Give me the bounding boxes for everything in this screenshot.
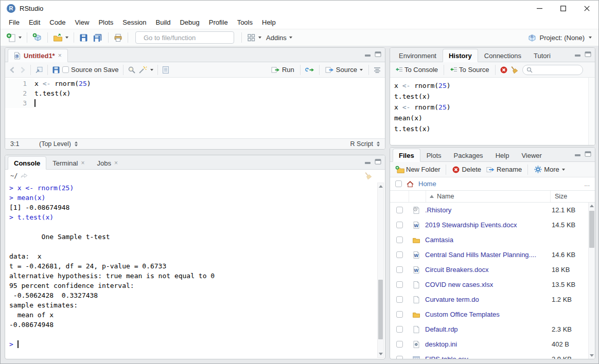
file-row[interactable]: WCircuit Breakers.docx18 KB — [390, 262, 595, 277]
history-search-input[interactable] — [535, 66, 579, 74]
menu-help[interactable]: Help — [257, 17, 280, 28]
goto-file-input[interactable] — [143, 33, 235, 42]
chevron-down-icon[interactable] — [150, 69, 153, 71]
rerun-icon[interactable] — [305, 66, 315, 74]
menu-session[interactable]: Session — [118, 17, 151, 28]
file-name-link[interactable]: Default.rdp — [425, 325, 550, 333]
menu-build[interactable]: Build — [151, 17, 175, 28]
doc-type-group[interactable]: R Script — [350, 140, 380, 148]
close-window-icon[interactable] — [575, 1, 598, 16]
save-icon[interactable] — [52, 66, 60, 74]
scroll-down-icon[interactable] — [379, 353, 383, 355]
minimize-pane-icon[interactable] — [364, 159, 371, 165]
pane-layout-button[interactable] — [245, 31, 263, 44]
tab-terminal[interactable]: Terminal× — [46, 156, 91, 170]
search-icon[interactable] — [128, 66, 136, 74]
broom-icon[interactable] — [510, 66, 519, 74]
file-checkbox[interactable] — [396, 356, 403, 359]
tab-help[interactable]: Help — [489, 149, 516, 162]
tab-console[interactable]: Console — [8, 156, 46, 170]
file-checkbox[interactable] — [396, 296, 403, 303]
menu-plots[interactable]: Plots — [94, 17, 118, 28]
menu-tools[interactable]: Tools — [233, 17, 257, 28]
maximize-window-icon[interactable] — [551, 1, 575, 16]
scroll-down-icon[interactable] — [590, 354, 594, 357]
menu-debug[interactable]: Debug — [175, 17, 204, 28]
file-name-link[interactable]: Custom Office Templates — [425, 311, 550, 318]
files-scrollbar[interactable] — [588, 203, 595, 359]
scroll-up-icon[interactable] — [379, 185, 383, 188]
scroll-up-icon[interactable] — [590, 205, 594, 207]
file-checkbox[interactable] — [396, 251, 403, 258]
run-button[interactable]: Run — [270, 63, 296, 77]
file-row[interactable]: .Rhistory12.1 KB — [390, 203, 595, 217]
scrollbar-track[interactable] — [378, 190, 383, 351]
scope-label[interactable]: (Top Level) — [39, 140, 71, 148]
file-checkbox[interactable] — [396, 281, 403, 288]
menu-view[interactable]: View — [70, 17, 94, 28]
tab-plots[interactable]: Plots — [420, 149, 448, 162]
tab-connections[interactable]: Connections — [478, 49, 527, 62]
back-icon[interactable] — [9, 66, 16, 74]
tab-files[interactable]: Files — [393, 149, 420, 162]
file-name-link[interactable]: FIPS table.csv — [425, 355, 550, 359]
more-button[interactable]: More — [532, 163, 567, 176]
popout-icon[interactable] — [35, 66, 43, 74]
tab-environment[interactable]: Environment — [393, 49, 443, 62]
delete-icon[interactable] — [500, 66, 508, 74]
history-entry[interactable]: t.test(x) — [394, 123, 587, 134]
source-on-save-checkbox[interactable] — [62, 66, 69, 73]
maximize-pane-icon[interactable] — [375, 51, 381, 57]
maximize-pane-icon[interactable] — [375, 159, 381, 165]
console-output[interactable]: > x <- rnorm(25)> mean(x)[1] -0.08674948… — [5, 181, 385, 359]
file-row[interactable]: Default.rdp2.3 KB — [390, 322, 595, 337]
tab-untitled1[interactable]: R Untitled1* × — [8, 49, 68, 62]
open-file-button[interactable] — [51, 31, 70, 44]
file-name-link[interactable]: Circuit Breakers.docx — [425, 266, 550, 274]
new-folder-button[interactable]: New Folder — [394, 163, 442, 176]
minimize-pane-icon[interactable] — [574, 52, 581, 57]
tab-tutori[interactable]: Tutori — [527, 49, 557, 62]
delete-button[interactable]: Delete — [450, 163, 483, 176]
file-row[interactable]: Custom Office Templates — [390, 307, 595, 322]
file-name-link[interactable]: desktop.ini — [425, 340, 550, 348]
file-row[interactable]: W2019 Stewardship Events.docx14.5 KB — [390, 217, 595, 232]
close-tab-icon[interactable]: × — [58, 52, 62, 59]
addins-button[interactable]: Addins — [265, 31, 294, 44]
file-name-link[interactable]: Camtasia — [425, 236, 550, 244]
column-header-name[interactable]: Name — [426, 191, 550, 202]
close-tab-icon[interactable]: × — [114, 159, 118, 167]
tab-history[interactable]: History — [443, 49, 478, 62]
clear-console-icon[interactable] — [364, 172, 373, 180]
minimize-pane-icon[interactable] — [364, 52, 371, 57]
to-source-button[interactable]: To Source — [448, 63, 491, 77]
close-tab-icon[interactable]: × — [81, 159, 84, 167]
file-checkbox[interactable] — [396, 236, 403, 243]
to-console-button[interactable]: To Console — [394, 63, 439, 77]
file-name-link[interactable]: COVID new cases.xlsx — [425, 281, 550, 288]
tab-jobs[interactable]: Jobs× — [91, 156, 124, 170]
editor-line[interactable]: 2t.test(x) — [5, 88, 385, 98]
menu-edit[interactable]: Edit — [24, 17, 45, 28]
tab-viewer[interactable]: Viewer — [515, 149, 548, 162]
file-name-link[interactable]: Central Sand Hills Master Planning.... — [425, 251, 550, 259]
save-button[interactable] — [78, 31, 90, 44]
file-checkbox[interactable] — [396, 266, 403, 273]
menu-code[interactable]: Code — [45, 17, 70, 28]
file-checkbox[interactable] — [396, 341, 403, 348]
file-row[interactable]: WCentral Sand Hills Master Planning....1… — [390, 247, 595, 262]
file-checkbox[interactable] — [396, 207, 403, 213]
new-file-button[interactable] — [5, 31, 23, 44]
scope-selector-icon[interactable] — [75, 141, 78, 147]
file-row[interactable]: COVID new cases.xlsx13.5 KB — [390, 277, 595, 292]
history-entry[interactable]: t.test(x) — [394, 91, 587, 102]
maximize-pane-icon[interactable] — [585, 51, 591, 57]
file-name-link[interactable]: .Rhistory — [425, 206, 550, 214]
source-button[interactable]: Source — [324, 63, 364, 77]
breadcrumb-overflow[interactable]: ... — [584, 180, 590, 188]
home-icon[interactable] — [406, 180, 414, 188]
file-checkbox[interactable] — [396, 222, 403, 228]
file-name-link[interactable]: 2019 Stewardship Events.docx — [425, 221, 550, 229]
file-row[interactable]: Camtasia — [390, 232, 595, 247]
history-scrollbar[interactable] — [588, 78, 595, 145]
